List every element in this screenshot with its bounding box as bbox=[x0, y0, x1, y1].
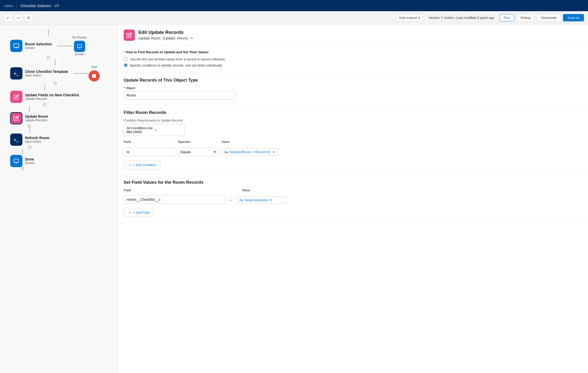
add-condition-plus-icon: ＋ bbox=[128, 163, 131, 167]
node-icon-done bbox=[10, 155, 22, 167]
end-label: End bbox=[92, 65, 97, 69]
col-header-field: Field bbox=[124, 140, 175, 144]
node-icon-no-rooms bbox=[74, 41, 85, 52]
node-group-update-room: Update Room Update Records bbox=[10, 106, 48, 127]
connector-circle-4 bbox=[28, 124, 31, 127]
node-icon-clone: >_ bbox=[10, 67, 22, 79]
panel-subtitle-api: (Update_Room) bbox=[162, 36, 188, 40]
set-fields-title: Set Field Values for the Room Records bbox=[124, 180, 582, 185]
toolbar: ↩ ↪ ⚙ Auto-Layout ▾ Version 7: Active—La… bbox=[0, 11, 588, 24]
debug-button[interactable]: Debug bbox=[516, 14, 535, 21]
node-title-update-fields: Update Fields on New Checklist bbox=[25, 93, 79, 97]
operator-value: Equals bbox=[181, 150, 191, 154]
svg-rect-1 bbox=[78, 45, 82, 48]
object-section-title: Update Records of This Object Type bbox=[124, 78, 582, 83]
top-bar-separator: | bbox=[17, 4, 18, 8]
node-card-refresh-room[interactable]: >_ Refresh Room Apex Action bbox=[10, 134, 49, 146]
node-group-refresh-room: >_ Refresh Room Apex Action bbox=[10, 127, 49, 149]
radio-option1[interactable]: Use the IDs and all field values from a … bbox=[124, 57, 582, 61]
chevron-down-icon: ▾ bbox=[418, 16, 420, 20]
node-card-done[interactable]: Done Screen bbox=[10, 155, 35, 167]
connector-circle bbox=[47, 56, 50, 59]
set-value-close-icon[interactable]: ✕ bbox=[269, 198, 272, 202]
settings-button[interactable]: ⚙ bbox=[24, 14, 33, 22]
panel-header-icon bbox=[124, 30, 135, 41]
add-condition-button[interactable]: ＋ + Add Condition bbox=[124, 160, 161, 169]
condition-value-text: SelectedRoom > Record ID bbox=[229, 150, 270, 154]
auto-layout-button[interactable]: Auto-Layout ▾ bbox=[396, 14, 424, 21]
condition-field-input[interactable] bbox=[124, 148, 175, 156]
node-group-room-selection: Room Selection Screen No Rooms Screen bbox=[10, 30, 87, 59]
node-subtitle-no-rooms: Screen bbox=[75, 52, 84, 56]
condition-dropdown[interactable]: All Conditions Are Met (AND) ▾ bbox=[124, 124, 185, 136]
add-field-plus-icon: ＋ bbox=[128, 210, 131, 215]
condition-req-label: Condition Requirements to Update Records bbox=[124, 119, 582, 122]
object-input[interactable] bbox=[124, 91, 236, 100]
node-title-update-room: Update Room bbox=[25, 114, 48, 118]
undo-button[interactable]: ↩ bbox=[4, 14, 12, 22]
node-card-room-selection[interactable]: Room Selection Screen bbox=[10, 40, 52, 52]
node-subtitle-room-selection: Screen bbox=[25, 46, 52, 50]
node-info-update-room: Update Room Update Records bbox=[25, 114, 48, 122]
node-card-update-fields[interactable]: Update Fields on New Checklist Update Re… bbox=[10, 91, 79, 103]
how-to-find-section: How to Find Records to Update and Set Th… bbox=[118, 45, 588, 73]
node-card-update-room[interactable]: Update Room Update Records bbox=[10, 112, 48, 124]
radio-group-find: Use the IDs and all field values from a … bbox=[124, 57, 582, 67]
flow-title: Checklist Selector - V7 bbox=[20, 4, 59, 8]
radio-input-option2[interactable] bbox=[124, 63, 128, 67]
panel-header-text: Edit Update Records Update Room (Update_… bbox=[138, 30, 194, 41]
condition-value-pill[interactable]: Aa SelectedRoom > Record ID ✕ bbox=[222, 148, 278, 156]
node-title-clone: Clone Checklist Template bbox=[25, 70, 68, 74]
operator-select[interactable]: Equals ▾ bbox=[178, 148, 219, 156]
set-field-input[interactable] bbox=[124, 195, 226, 204]
operator-chevron: ▾ bbox=[214, 150, 216, 154]
auto-layout-label: Auto-Layout bbox=[399, 16, 417, 20]
node-icon-refresh-room: >_ bbox=[10, 134, 22, 146]
object-field-label: Object bbox=[124, 86, 582, 90]
edit-name-button[interactable]: ✏ bbox=[190, 36, 194, 41]
run-button[interactable]: Run bbox=[500, 14, 514, 21]
node-icon-room-selection bbox=[10, 40, 22, 52]
node-info-clone: Clone Checklist Template Apex Action bbox=[25, 70, 68, 77]
arrow-icon: ← bbox=[229, 197, 233, 204]
connector-circle-5 bbox=[28, 146, 31, 149]
svg-rect-2 bbox=[92, 74, 96, 78]
right-panel: Edit Update Records Update Room (Update_… bbox=[117, 24, 588, 373]
condition-dropdown-value: All Conditions Are Met (AND) bbox=[126, 126, 153, 134]
set-col-header-field: Field bbox=[124, 189, 226, 192]
node-info-refresh-room: Refresh Room Apex Action bbox=[25, 136, 49, 143]
redo-button[interactable]: ↪ bbox=[14, 14, 22, 22]
node-title-done: Done bbox=[25, 157, 35, 161]
top-bar: uilder | Checklist Selector - V7 bbox=[0, 0, 588, 11]
node-row-clone: >_ Clone Checklist Template Apex Action … bbox=[10, 65, 100, 82]
connector-line-2 bbox=[55, 59, 55, 65]
node-title-room-selection: Room Selection bbox=[25, 42, 52, 46]
radio-label-option1: Use the IDs and all field values from a … bbox=[130, 57, 225, 61]
radio-input-option1[interactable] bbox=[124, 57, 128, 61]
deactivate-button[interactable]: Deactivate bbox=[537, 14, 561, 21]
radio-option2[interactable]: Specify conditions to identify records, … bbox=[124, 63, 582, 67]
node-card-no-rooms[interactable]: No Rooms Screen bbox=[72, 36, 87, 56]
chevron-down-icon: ▾ bbox=[155, 129, 182, 131]
node-subtitle-done: Screen bbox=[25, 161, 35, 165]
radio-label-option2: Specify conditions to identify records, … bbox=[130, 63, 222, 67]
connector-circle-3 bbox=[43, 103, 46, 106]
node-icon-end bbox=[88, 70, 100, 82]
branch-h-line-2 bbox=[73, 73, 88, 74]
condition-close-icon[interactable]: ✕ bbox=[272, 150, 275, 154]
node-card-end[interactable]: End bbox=[88, 65, 100, 82]
save-as-button[interactable]: Save As bbox=[563, 14, 584, 21]
node-icon-update-room bbox=[10, 112, 22, 124]
branch-label-no-rooms: No Rooms bbox=[72, 36, 87, 39]
set-value-pill[interactable]: Aa NewChecklistId ✕ bbox=[236, 196, 287, 204]
add-field-button[interactable]: ＋ + Add Field bbox=[124, 208, 154, 217]
set-fields-row-1: ← Aa NewChecklistId ✕ bbox=[124, 195, 582, 204]
add-condition-label: + Add Condition bbox=[133, 163, 156, 167]
node-card-clone[interactable]: >_ Clone Checklist Template Apex Action bbox=[10, 67, 68, 79]
condition-col-headers: Field Operator Value bbox=[124, 140, 582, 144]
panel-subheader: Update Room (Update_Room) ✏ bbox=[138, 36, 194, 41]
node-title-refresh-room: Refresh Room bbox=[25, 136, 49, 140]
branch-end: End bbox=[73, 65, 100, 82]
node-icon-update-fields bbox=[10, 91, 22, 103]
filter-section-title: Filter Room Records bbox=[124, 110, 582, 115]
